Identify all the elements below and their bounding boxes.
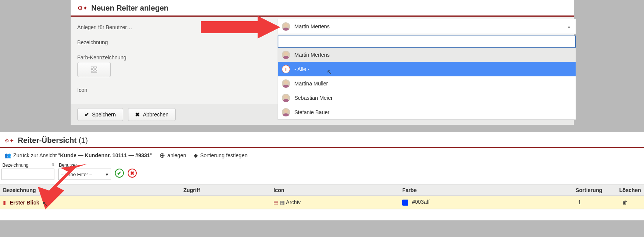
plus-circle-icon: ⊕ <box>159 151 165 160</box>
user-option-label: Stefanie Bauer <box>295 109 330 115</box>
user-select-search[interactable] <box>278 36 576 48</box>
overview-count: (1) <box>79 136 88 144</box>
caret-up-icon: ▲ <box>567 25 571 29</box>
avatar-icon <box>282 108 290 116</box>
book-icon: ▮ <box>3 200 6 206</box>
panel-title: Neuen Reiter anlegen <box>91 4 169 12</box>
cursor-icon: ↖ <box>42 200 48 208</box>
user-option-label: Martina Müller <box>295 81 328 87</box>
archive-icon: ▤ <box>273 199 278 205</box>
user-option[interactable]: Sebastian Meier <box>278 91 576 105</box>
avatar-icon <box>282 94 290 102</box>
create-link[interactable]: ⊕ anlegen <box>159 151 186 160</box>
trash-icon[interactable]: 🗑 <box>622 199 627 205</box>
color-picker-button[interactable] <box>77 62 111 77</box>
archive-icon-2: ▦ <box>280 199 285 205</box>
user-option[interactable]: Stefanie Bauer <box>278 105 576 119</box>
all-icon <box>282 65 290 73</box>
user-select-list: Martin Mertens- Alle -Martina MüllerSeba… <box>278 48 576 120</box>
row-name: Erster Blick <box>10 200 39 206</box>
user-option-label: Martin Mertens <box>295 52 330 58</box>
overview-title: Reiter-Übersicht <box>18 136 77 144</box>
row-sort: 1 <box>554 196 605 209</box>
col-sort[interactable]: Sortierung <box>554 185 605 196</box>
label-user: Anlegen für Benutzer… <box>77 24 202 30</box>
form-area: Anlegen für Benutzer… Bezeichnung Farb-K… <box>71 17 574 104</box>
user-option[interactable]: - Alle - <box>278 62 576 76</box>
close-icon: ✖ <box>135 112 140 118</box>
col-delete[interactable]: Löschen <box>605 185 644 196</box>
col-icon[interactable]: Icon <box>270 185 399 196</box>
check-icon: ✔ <box>85 112 89 118</box>
overview-toolbar: 👥 Zurück zur Ansicht "Kunde — Kundennr. … <box>0 148 644 163</box>
diamond-icon: ◆ <box>194 152 198 158</box>
user-option[interactable]: Martin Mertens <box>278 48 576 62</box>
sort-link[interactable]: ◆ Sortierung festlegen <box>194 152 247 158</box>
save-button[interactable]: ✔ Speichern <box>77 108 123 121</box>
avatar-icon <box>282 22 290 31</box>
label-name: Bezeichnung <box>77 39 202 45</box>
filter-user-label: Benutzer <box>58 163 111 168</box>
col-access[interactable]: Zugriff <box>180 185 270 196</box>
overview-table: Bezeichnung Zugriff Icon Farbe Sortierun… <box>0 184 644 209</box>
row-color-hex: #003aff <box>412 199 429 205</box>
col-color[interactable]: Farbe <box>399 185 554 196</box>
people-icon: 👥 <box>5 152 11 158</box>
cancel-button[interactable]: ✖ Abbrechen <box>128 108 176 121</box>
col-name[interactable]: Bezeichnung <box>0 185 180 196</box>
user-select-value: Martin Mertens <box>295 23 330 29</box>
gear-icon: ⚙✦ <box>5 138 14 144</box>
chevron-down-icon: ▾ <box>106 172 108 177</box>
color-chip <box>402 200 408 206</box>
avatar-icon <box>282 79 290 88</box>
table-row[interactable]: ▮ Erster Blick ↖ ▤ ▦ Archiv #003aff 1 🗑 <box>0 196 644 209</box>
user-option-label: Sebastian Meier <box>295 95 333 101</box>
row-icon-label: Archiv <box>286 199 301 205</box>
label-color: Farb-Kennzeichnung <box>77 54 202 60</box>
sort-icon[interactable]: ⇅ <box>51 163 54 168</box>
overview-panel: ⚙✦ Reiter-Übersicht (1) 👥 Zurück zur Ans… <box>0 132 644 220</box>
panel-header: ⚙✦ Neuen Reiter anlegen <box>71 0 574 17</box>
back-link[interactable]: 👥 Zurück zur Ansicht "Kunde — Kundennr. … <box>5 152 152 158</box>
user-option-label: - Alle - <box>295 66 310 72</box>
color-swatch-icon <box>91 67 97 73</box>
filter-row: Bezeichnung ⇅ Benutzer – ohne Filter – ▾… <box>0 163 644 184</box>
filter-clear-button[interactable]: ✖ <box>128 169 137 178</box>
user-option[interactable]: Martina Müller <box>278 76 576 91</box>
filter-name-label: Bezeichnung ⇅ <box>2 163 54 168</box>
label-icon: Icon <box>77 87 202 93</box>
avatar-icon <box>282 51 290 59</box>
gear-icon: ⚙✦ <box>77 5 88 12</box>
filter-apply-button[interactable]: ✔ <box>115 169 124 178</box>
filter-name-input[interactable] <box>2 169 54 180</box>
user-select[interactable]: Martin Mertens ▲ <box>278 19 576 34</box>
filter-user-select[interactable]: – ohne Filter – ▾ <box>58 169 111 180</box>
